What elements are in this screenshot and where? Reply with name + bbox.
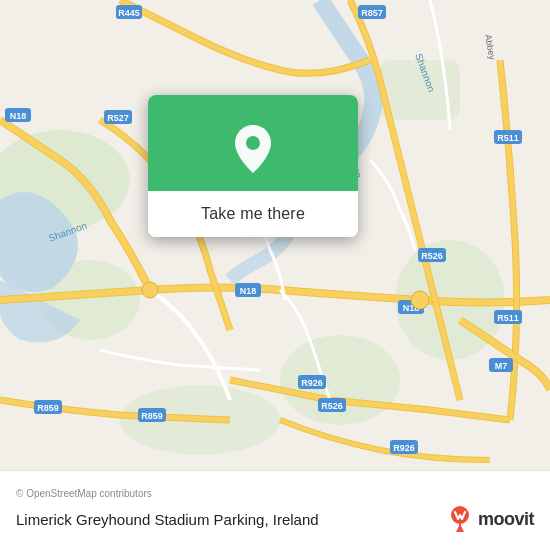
- svg-point-42: [411, 291, 429, 309]
- svg-point-41: [142, 282, 158, 298]
- svg-text:R926: R926: [301, 378, 323, 388]
- svg-text:R511: R511: [497, 133, 519, 143]
- svg-text:R857: R857: [361, 8, 383, 18]
- location-pin-icon: [231, 123, 275, 175]
- map-container: N18 N18 N18 R445 R527 R857 R511 R511 R52…: [0, 0, 550, 470]
- svg-point-43: [246, 136, 260, 150]
- svg-text:M7: M7: [495, 361, 508, 371]
- popup-button-area: Take me there: [148, 191, 358, 237]
- moovit-label: moovit: [478, 509, 534, 530]
- attribution-text: © OpenStreetMap contributors: [16, 488, 534, 499]
- svg-text:R527: R527: [107, 113, 129, 123]
- svg-text:N18: N18: [10, 111, 27, 121]
- take-me-there-button[interactable]: Take me there: [148, 191, 358, 237]
- popup-green-area: [148, 95, 358, 191]
- svg-text:R926: R926: [393, 443, 415, 453]
- bottom-content: Limerick Greyhound Stadium Parking, Irel…: [16, 505, 534, 533]
- moovit-brand-icon: [446, 505, 474, 533]
- svg-text:N18: N18: [240, 286, 257, 296]
- svg-text:R859: R859: [37, 403, 59, 413]
- svg-text:R526: R526: [321, 401, 343, 411]
- svg-text:R859: R859: [141, 411, 163, 421]
- svg-text:R511: R511: [497, 313, 519, 323]
- bottom-bar: © OpenStreetMap contributors Limerick Gr…: [0, 470, 550, 550]
- svg-text:R526: R526: [421, 251, 443, 261]
- moovit-logo: moovit: [446, 505, 534, 533]
- popup-card: Take me there: [148, 95, 358, 237]
- location-name: Limerick Greyhound Stadium Parking, Irel…: [16, 511, 319, 528]
- svg-text:R445: R445: [118, 8, 140, 18]
- svg-marker-46: [456, 524, 464, 532]
